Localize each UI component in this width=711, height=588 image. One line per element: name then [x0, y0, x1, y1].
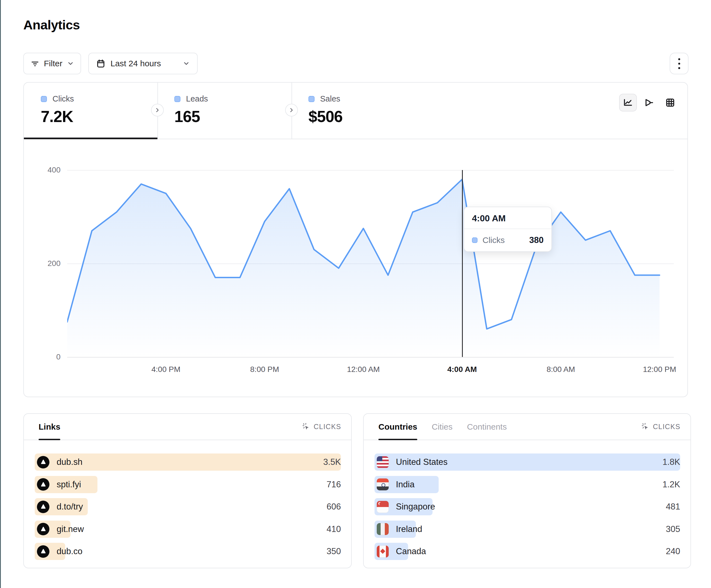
- chevron-right-icon: [288, 107, 295, 113]
- tab-label: Cities: [432, 422, 453, 432]
- countries-metric-selector[interactable]: CLICKS: [641, 423, 681, 431]
- row-label: dub.co: [57, 546, 83, 557]
- calendar-icon: [96, 59, 106, 68]
- chevron-down-icon: [67, 60, 74, 67]
- chart-crosshair: [462, 170, 463, 357]
- row-label: Canada: [396, 546, 426, 557]
- row-label: dub.sh: [57, 457, 83, 467]
- stat-tab-sales[interactable]: Sales$506: [292, 83, 458, 139]
- row-label: Singapore: [396, 502, 435, 512]
- x-axis-label: 4:00 AM: [447, 365, 477, 374]
- tab-countries[interactable]: Countries: [379, 414, 417, 439]
- date-range-button[interactable]: Last 24 hours: [88, 53, 198, 74]
- date-range-label: Last 24 hours: [110, 59, 161, 68]
- page-title: Analytics: [23, 17, 80, 32]
- list-item-ireland[interactable]: Ireland305: [374, 521, 680, 538]
- funnel-chart-toggle-button[interactable]: [640, 94, 658, 112]
- tab-links[interactable]: Links: [39, 414, 60, 439]
- tab-links-label: Links: [39, 422, 60, 432]
- links-panel-header: Links CLICKS: [24, 414, 351, 440]
- stats-tabs-row: Clicks7.2KLeads165Sales$506: [24, 83, 687, 139]
- list-item-dub-co[interactable]: dub.co350: [35, 543, 341, 560]
- stat-tab-clicks[interactable]: Clicks7.2K: [24, 83, 157, 139]
- kebab-dot: [678, 67, 680, 69]
- clicks-legend-swatch: [41, 96, 47, 102]
- list-item-canada[interactable]: Canada240: [374, 543, 680, 560]
- list-item-india[interactable]: India1.2K: [374, 476, 680, 493]
- list-item-git-new[interactable]: git.new410: [35, 521, 341, 538]
- x-axis-label: 8:00 PM: [250, 365, 279, 374]
- filter-button[interactable]: Filter: [23, 53, 81, 74]
- stat-label: Clicks: [52, 94, 74, 104]
- list-item-singapore[interactable]: Singapore481: [374, 498, 680, 515]
- analytics-chart-card: Clicks7.2KLeads165Sales$506 4:00 AM Clic…: [23, 82, 688, 397]
- flag-ca-icon: [377, 546, 389, 558]
- row-value: 240: [666, 543, 680, 560]
- stat-value: $506: [308, 107, 458, 126]
- leads-legend-swatch: [174, 96, 180, 102]
- cursor-click-icon: [302, 423, 310, 431]
- tooltip-series-row: Clicks 380: [464, 229, 552, 251]
- row-value: 410: [326, 521, 341, 538]
- dub-logo-icon: [37, 478, 49, 491]
- list-item-dub-sh[interactable]: dub.sh3.5K: [35, 453, 341, 471]
- row-value: 350: [326, 543, 341, 560]
- tab-label: Continents: [467, 422, 507, 432]
- x-axis-label: 4:00 PM: [151, 365, 180, 374]
- list-item-united-states[interactable]: United States1.8K: [374, 453, 680, 471]
- row-value: 1.2K: [663, 476, 680, 493]
- stat-label: Sales: [320, 94, 340, 104]
- y-axis-label: 0: [36, 353, 61, 361]
- sales-legend-swatch: [308, 96, 315, 102]
- stat-label: Leads: [186, 94, 208, 104]
- analytics-page: Analytics Filter Last 24 hours: [0, 0, 711, 588]
- tooltip-time: 4:00 AM: [464, 207, 552, 229]
- row-value: 1.8K: [663, 453, 680, 471]
- kebab-dot: [678, 58, 680, 60]
- row-value: 716: [326, 476, 341, 493]
- stat-tab-leads[interactable]: Leads165: [157, 83, 292, 139]
- line-chart-icon: [623, 97, 633, 108]
- list-item-d-to-try[interactable]: d.to/try606: [35, 498, 341, 515]
- cursor-click-icon: [641, 423, 650, 431]
- tab-cities[interactable]: Cities: [432, 414, 453, 439]
- line-chart-toggle-button[interactable]: [619, 94, 637, 112]
- links-metric-selector[interactable]: CLICKS: [302, 423, 341, 431]
- expand-stat-button[interactable]: [285, 104, 298, 116]
- kebab-dot: [678, 63, 680, 65]
- tab-label: Countries: [379, 422, 417, 432]
- flag-us-icon: [377, 456, 389, 468]
- x-axis-label: 12:00 PM: [643, 365, 676, 374]
- filter-button-label: Filter: [44, 59, 62, 68]
- more-options-button[interactable]: [670, 53, 689, 74]
- x-axis-label: 12:00 AM: [347, 365, 380, 374]
- row-label: d.to/try: [57, 502, 83, 512]
- chevron-down-icon: [183, 60, 190, 67]
- window-edge-strip: [0, 0, 1, 588]
- row-value: 606: [326, 498, 341, 515]
- funnel-chart-icon: [644, 97, 654, 108]
- y-axis-label: 200: [36, 259, 61, 268]
- countries-metric-label: CLICKS: [653, 423, 681, 431]
- chart-type-toggle-group: [619, 94, 679, 112]
- y-axis-label: 400: [36, 165, 61, 175]
- dub-logo-icon: [37, 501, 49, 513]
- clicks-area-series: [67, 139, 674, 359]
- countries-panel: CountriesCitiesContinents CLICKS United …: [363, 413, 691, 568]
- x-axis-label: 8:00 AM: [547, 365, 575, 374]
- table-toggle-button[interactable]: [661, 94, 679, 112]
- tab-continents[interactable]: Continents: [467, 414, 507, 439]
- tooltip-series-label: Clicks: [482, 235, 505, 245]
- filter-icon: [30, 59, 39, 68]
- stat-value: 165: [174, 107, 292, 126]
- list-item-spti-fyi[interactable]: spti.fyi716: [35, 476, 341, 493]
- row-label: India: [396, 479, 414, 490]
- expand-stat-button[interactable]: [151, 104, 164, 116]
- links-metric-label: CLICKS: [314, 423, 341, 431]
- chart-tooltip: 4:00 AM Clicks 380: [464, 207, 552, 252]
- clicks-legend-swatch: [472, 238, 477, 243]
- tooltip-value: 380: [529, 235, 544, 245]
- dub-logo-icon: [37, 545, 49, 558]
- countries-panel-header: CountriesCitiesContinents CLICKS: [364, 414, 690, 440]
- clicks-timeseries-chart[interactable]: 4:00 AM Clicks 380 02004004:00 PM8:00 PM…: [24, 139, 687, 397]
